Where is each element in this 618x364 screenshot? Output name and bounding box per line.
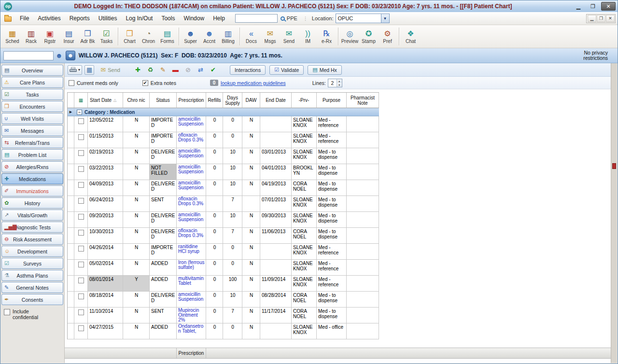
row-checkbox[interactable] [78,278,84,283]
medication-row[interactable]: 09/20/2013NDELIVEREDamoxicillin Suspensi… [68,212,379,228]
row-checkbox[interactable] [78,118,84,124]
sidebar-item-history[interactable]: ✿History [1,197,63,209]
column-header-sel[interactable] [68,93,74,108]
mdi-minimize-button[interactable]: ▁ [588,15,596,22]
column-header-chk[interactable]: ▦ [74,93,88,108]
medication-row[interactable]: 05/02/2014NADDEDIron (ferrous sulfate)00… [68,260,379,276]
toolbar-preview[interactable]: ◎Preview [340,27,359,46]
column-header-note[interactable]: Pharmacist Note [347,93,379,108]
menu-tools[interactable]: Tools [157,13,179,24]
location-dropdown-icon[interactable]: ▾ [381,14,389,23]
row-checkbox[interactable] [78,150,84,156]
sidebar-item-allergies-rxns[interactable]: ⊘Allergies/Rxns [1,161,63,172]
medication-row[interactable]: 03/22/2013NNOT FILLEDamoxicillin Suspens… [68,164,379,180]
toolbar-e-rx[interactable]: ℞e-Rx [317,27,336,46]
sidebar-item-tasks[interactable]: ☑Tasks [1,89,63,100]
toolbar-im[interactable]: ))IM [298,27,317,46]
search-icon[interactable] [281,16,285,21]
menu-help[interactable]: Help [209,13,229,24]
medication-row[interactable]: 04/26/2014NIMPORTEDranitidine HCl syrup0… [68,244,379,260]
location-select[interactable]: OPUC ▾ [336,14,390,23]
sidebar-item-encounters[interactable]: ❒Encounters [1,101,63,112]
sidebar-item-development[interactable]: ☺Development [1,246,63,257]
validate-button[interactable]: ☑ Validate [269,65,304,75]
sidebar-item-immunizations[interactable]: ✐Immunizations [1,185,63,196]
toolbar-chat[interactable]: ❖Chat [401,27,420,46]
medication-row[interactable]: 04/09/2013NDELIVEREDamoxicillin Suspensi… [68,180,379,196]
toolbar-rack[interactable]: ▥Rack [22,27,41,46]
close-button[interactable]: ✕ [601,2,616,11]
remove-medication-icon[interactable]: ▬ [171,66,180,73]
column-header-rx[interactable]: Prescription [177,93,206,108]
patient-lookup-icon[interactable]: ☻ [56,52,63,59]
toolbar-insur[interactable]: ▤Insur [59,27,78,46]
vertical-scrollbar[interactable] [611,63,617,363]
toolbar-super[interactable]: ☻Super [181,27,200,46]
column-header-chronic[interactable]: Chro nic [123,93,150,108]
minimize-button[interactable]: ▁ [572,2,585,11]
renew-medication-icon[interactable]: ♻ [146,66,154,73]
row-checkbox[interactable] [78,294,84,299]
swap-medication-icon[interactable]: ⇄ [197,66,205,73]
include-confidential[interactable]: Include confidential [4,308,64,320]
toolbar-sched[interactable]: ▦Sched [3,27,22,46]
row-checkbox[interactable] [78,182,84,188]
column-header-days[interactable]: Days Supply [223,93,242,108]
spinner-down-icon[interactable]: ▾ [337,83,342,87]
medhx-button[interactable]: ▤ Med Hx [308,65,342,75]
row-checkbox[interactable] [78,309,84,315]
category-row[interactable]: ▶–Category : Medication [68,108,379,116]
add-medication-icon[interactable]: ✚ [134,66,142,73]
toolbar-adr-bk[interactable]: ❒Adr Bk [78,27,97,46]
column-header-prv[interactable]: -Prv- [292,93,317,108]
menu-search-input[interactable] [235,14,278,23]
grid-view-button[interactable]: ▦ [84,65,94,75]
sidebar-item-risk-assessment[interactable]: ⊖Risk Assessment [1,234,63,245]
sidebar-item-messages[interactable]: ✉Messages [1,125,63,136]
row-checkbox[interactable] [78,134,84,140]
medication-row[interactable]: 02/19/2013NDELIVEREDamoxicillin Suspensi… [68,148,379,164]
sidebar-item-asthma-plans[interactable]: ⚗Asthma Plans [1,270,63,281]
medication-row[interactable]: 10/30/2013NDELIVEREDofloxacin Drops 0.3%… [68,228,379,244]
edit-medication-icon[interactable]: ✎ [159,66,167,73]
row-checkbox[interactable] [78,246,84,252]
menu-reports[interactable]: Reports [65,13,94,24]
toolbar-send[interactable]: ✉Send [280,27,298,46]
row-checkbox[interactable] [78,198,84,204]
sidebar-item-care-plans[interactable]: ⚠Care Plans [1,77,63,88]
row-checkbox[interactable] [78,214,84,220]
menu-log-in-out[interactable]: Log In/Out [121,13,157,24]
toolbar-tasks[interactable]: ☑Tasks [97,27,116,46]
sidebar-item-consents[interactable]: ✒Consents [1,294,63,305]
row-checkbox[interactable] [78,230,84,236]
maximize-button[interactable]: ❐ [587,2,599,11]
sidebar-item-well-visits[interactable]: ∪Well Visits [1,113,63,124]
mdi-restore-button[interactable]: ❐ [597,15,605,22]
mdi-close-button[interactable]: ✕ [606,15,615,22]
toolbar-msgs[interactable]: ✉Msgs [261,27,280,46]
collapse-icon[interactable]: – [77,110,82,115]
sidebar-item-diagnostic-tests[interactable]: ▂▅▇Diagnostic Tests [1,222,63,233]
lines-spinner[interactable]: 2 ▴ ▾ [328,79,342,87]
menu-utilities[interactable]: Utilities [94,13,122,24]
send-button[interactable]: ✉ Send [100,66,120,73]
sidebar-item-referrals-trans[interactable]: ⇆Referrals/Trans [1,137,63,148]
medication-row[interactable]: 08/18/2014NDELIVEREDamoxicillin Suspensi… [68,292,379,308]
include-confidential-checkbox[interactable] [4,309,10,315]
sidebar-item-surveys[interactable]: ☑Surveys [1,258,63,269]
toolbar-forms[interactable]: ▤Forms [158,27,177,46]
row-checkbox[interactable] [78,325,84,331]
sidebar-item-general-notes[interactable]: ✎General Notes [1,282,63,293]
extra-notes-checkbox[interactable] [142,80,148,86]
current-meds-checkbox[interactable] [69,80,74,86]
toolbar-rgstr[interactable]: ▣Rgstr [41,27,59,46]
toolbar-billing[interactable]: ▥Billing [219,27,238,46]
interactions-button[interactable]: Interactions [230,65,266,75]
medication-row[interactable]: 08/01/2014YADDEDmultivitamin Tablet0100N… [68,276,379,292]
sidebar-item-vitals-growth[interactable]: ↗Vitals/Growth [1,210,63,221]
column-header-daw[interactable]: DAW [242,93,260,108]
toolbar-stamp[interactable]: ✪Stamp [359,27,378,46]
confirm-medication-icon[interactable]: ✔ [209,66,217,73]
medication-row[interactable]: 12/05/2012NIMPORTEDamoxicillin Suspensio… [68,116,379,132]
patient-search-input[interactable] [3,51,54,60]
